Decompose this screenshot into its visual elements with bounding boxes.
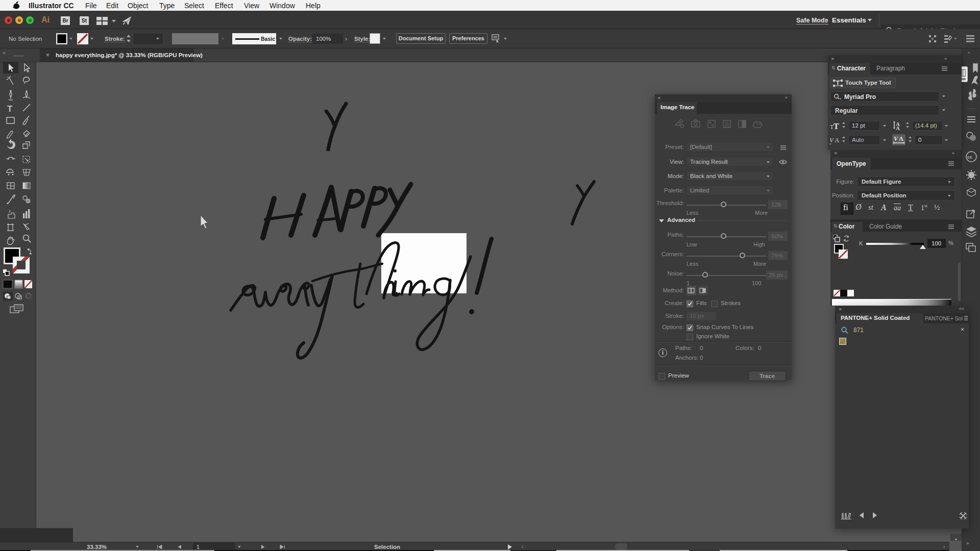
svg-text:V: V bbox=[829, 136, 835, 144]
svg-text:A: A bbox=[899, 135, 903, 142]
svg-text:T: T bbox=[834, 122, 839, 130]
svg-text:A: A bbox=[896, 125, 900, 131]
svg-text:cc: cc bbox=[967, 155, 972, 160]
svg-text:A: A bbox=[835, 136, 840, 144]
svg-text:V: V bbox=[894, 135, 898, 142]
svg-text:T: T bbox=[836, 80, 840, 86]
svg-text:T: T bbox=[7, 104, 13, 114]
